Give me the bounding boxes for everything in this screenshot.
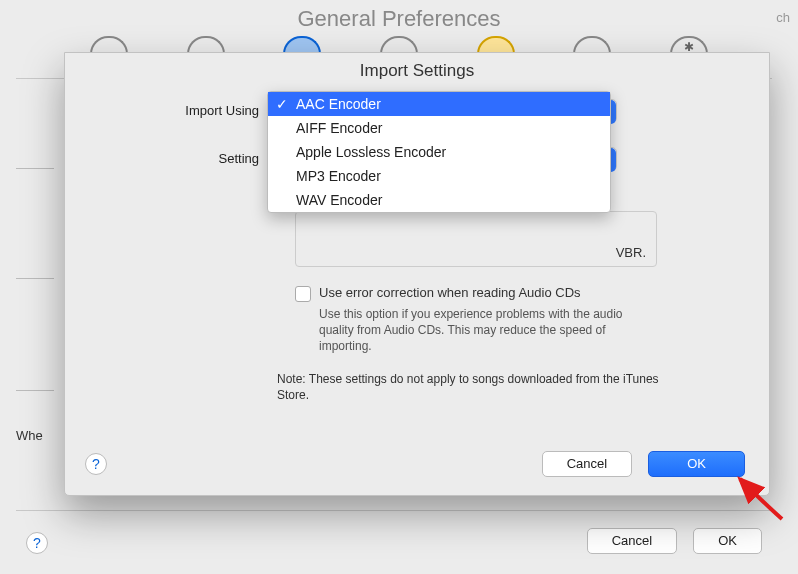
encoding-details-well: VBR. <box>295 211 657 267</box>
back-label-fragment: Whe <box>16 428 43 443</box>
cancel-button[interactable]: Cancel <box>542 451 632 477</box>
separator <box>16 510 772 511</box>
dropdown-item-mp3[interactable]: MP3 Encoder <box>268 164 610 188</box>
import-using-label: Import Using <box>65 99 267 118</box>
vbr-text: VBR. <box>616 245 646 260</box>
help-button[interactable]: ? <box>85 453 107 475</box>
cancel-button[interactable]: Cancel <box>587 528 677 554</box>
import-using-dropdown[interactable]: AAC Encoder AIFF Encoder Apple Lossless … <box>267 91 611 213</box>
itunes-store-note: Note: These settings do not apply to son… <box>277 371 677 403</box>
setting-label: Setting <box>65 147 267 166</box>
error-correction-checkbox[interactable] <box>295 286 311 302</box>
help-button[interactable]: ? <box>26 532 48 554</box>
search-field-fragment[interactable]: ch <box>776 10 790 25</box>
dropdown-item-lossless[interactable]: Apple Lossless Encoder <box>268 140 610 164</box>
error-correction-hint: Use this option if you experience proble… <box>295 306 657 355</box>
dialog-title: Import Settings <box>65 53 769 91</box>
general-preferences-title: General Preferences <box>0 0 798 32</box>
dropdown-item-aac[interactable]: AAC Encoder <box>268 92 610 116</box>
dropdown-item-wav[interactable]: WAV Encoder <box>268 188 610 212</box>
ok-button[interactable]: OK <box>693 528 762 554</box>
ok-button[interactable]: OK <box>648 451 745 477</box>
dropdown-item-aiff[interactable]: AIFF Encoder <box>268 116 610 140</box>
error-correction-label: Use error correction when reading Audio … <box>319 285 581 300</box>
